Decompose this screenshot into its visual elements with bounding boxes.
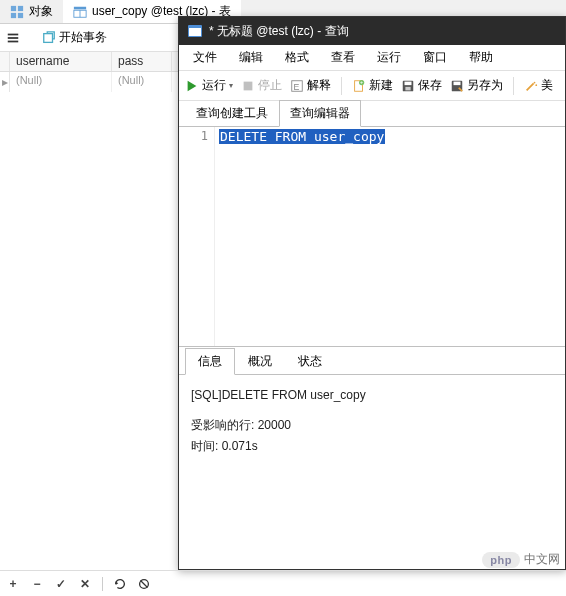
stop-icon [241,79,255,93]
svg-point-26 [535,84,537,86]
query-window-title: * 无标题 @test (lzc) - 查询 [209,23,349,40]
beautify-button[interactable]: 美 [524,77,553,94]
query-window-icon [187,23,203,39]
run-button[interactable]: 运行 ▾ [185,77,233,94]
forbidden-icon [137,577,151,591]
svg-rect-12 [189,28,201,36]
explain-label: 解释 [307,77,331,94]
watermark-text: 中文网 [524,551,560,568]
save-label: 保存 [418,77,442,94]
stop-refresh-button[interactable] [137,577,151,591]
table-row[interactable]: ▸ (Null) (Null) [0,72,178,92]
svg-rect-4 [74,6,86,9]
column-header-pass[interactable]: pass [112,52,172,71]
svg-rect-14 [244,81,253,90]
menu-toggle-button[interactable] [6,31,20,45]
dropdown-icon: ▾ [229,81,233,90]
menu-help[interactable]: 帮助 [459,46,503,69]
save-as-label: 另存为 [467,77,503,94]
confirm-button[interactable]: ✓ [54,577,68,591]
refresh-icon [113,577,127,591]
result-sql-line: [SQL]DELETE FROM user_copy [191,385,553,407]
save-as-icon [450,79,464,93]
new-file-icon: + [352,79,366,93]
svg-rect-10 [44,33,53,42]
stop-label: 停止 [258,77,282,94]
tab-objects-label: 对象 [29,3,53,20]
result-tab-profile[interactable]: 概况 [235,348,285,375]
menu-window[interactable]: 窗口 [413,46,457,69]
grid-icon [10,5,24,19]
result-time: 时间: 0.071s [191,436,553,458]
sql-code-selection[interactable]: DELETE FROM user_copy [219,129,385,144]
grid-header: username pass [0,52,178,72]
svg-rect-24 [454,81,461,85]
new-label: 新建 [369,77,393,94]
svg-rect-21 [405,81,412,85]
row-marker-icon: ▸ [0,72,10,92]
query-menubar: 文件 编辑 格式 查看 运行 窗口 帮助 [179,45,565,71]
stop-button[interactable]: 停止 [241,77,282,94]
menu-format[interactable]: 格式 [275,46,319,69]
query-window: * 无标题 @test (lzc) - 查询 文件 编辑 格式 查看 运行 窗口… [178,16,566,570]
save-button[interactable]: 保存 [401,77,442,94]
explain-icon: E [290,79,304,93]
tab-objects[interactable]: 对象 [0,0,63,23]
new-button[interactable]: + 新建 [352,77,393,94]
delete-row-button[interactable]: − [30,577,44,591]
line-number: 1 [185,129,208,143]
svg-marker-13 [188,80,197,91]
query-toolbar: 运行 ▾ 停止 E 解释 + 新建 保存 另存为 美 [179,71,565,101]
subtab-builder[interactable]: 查询创建工具 [185,100,279,127]
begin-transaction-button[interactable]: 开始事务 [42,29,107,46]
play-icon [185,79,199,93]
svg-rect-2 [11,12,16,17]
result-tab-status[interactable]: 状态 [285,348,335,375]
column-header-username[interactable]: username [10,52,112,71]
svg-rect-1 [18,5,23,10]
svg-marker-27 [116,581,119,585]
svg-line-29 [141,580,148,587]
table-icon [73,5,87,19]
cell-pass[interactable]: (Null) [112,72,172,92]
add-row-button[interactable]: + [6,577,20,591]
explain-button[interactable]: E 解释 [290,77,331,94]
result-tab-info[interactable]: 信息 [185,348,235,375]
code-area[interactable]: DELETE FROM user_copy [215,127,565,346]
toolbar-separator [341,77,342,95]
query-subtabs: 查询创建工具 查询编辑器 [179,101,565,127]
toolbar-separator-2 [513,77,514,95]
watermark: php 中文网 [482,551,560,568]
data-grid: username pass ▸ (Null) (Null) [0,52,178,570]
save-as-button[interactable]: 另存为 [450,77,503,94]
wand-icon [524,79,538,93]
cell-username[interactable]: (Null) [10,72,112,92]
result-body: [SQL]DELETE FROM user_copy 受影响的行: 20000 … [179,375,565,468]
menu-view[interactable]: 查看 [321,46,365,69]
save-icon [401,79,415,93]
sql-editor[interactable]: 1 DELETE FROM user_copy [179,127,565,347]
php-logo-icon: php [482,552,520,568]
svg-rect-22 [405,86,410,90]
beautify-label: 美 [541,77,553,94]
run-label: 运行 [202,77,226,94]
menu-run[interactable]: 运行 [367,46,411,69]
svg-text:+: + [360,79,363,85]
begin-transaction-label: 开始事务 [59,29,107,46]
refresh-button[interactable] [113,577,127,591]
svg-rect-3 [18,12,23,17]
cancel-button[interactable]: ✕ [78,577,92,591]
menu-edit[interactable]: 编辑 [229,46,273,69]
result-tabs: 信息 概况 状态 [179,347,565,375]
result-affected-rows: 受影响的行: 20000 [191,415,553,437]
svg-rect-0 [11,5,16,10]
menu-file[interactable]: 文件 [183,46,227,69]
bottom-divider [102,577,103,591]
editor-gutter: 1 [179,127,215,346]
svg-point-25 [534,81,536,83]
query-window-titlebar[interactable]: * 无标题 @test (lzc) - 查询 [179,17,565,45]
svg-text:E: E [294,81,300,91]
row-marker-header [0,52,10,71]
subtab-editor[interactable]: 查询编辑器 [279,100,361,127]
bottom-status-bar: + − ✓ ✕ [0,570,566,596]
